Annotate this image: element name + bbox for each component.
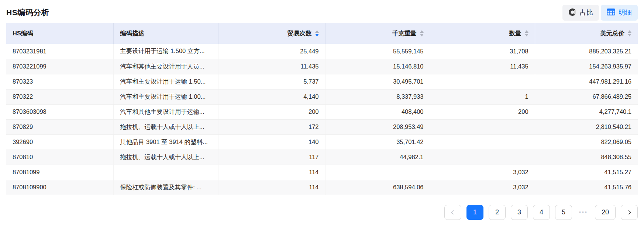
cell-description: 拖拉机、运载十人或十人以上... — [114, 150, 218, 165]
cell-trade_count: 200 — [218, 104, 325, 119]
column-header-kg_weight[interactable]: 千克重量 — [325, 23, 430, 44]
table-row: 8703231981主要设计用于运输 1.500 立方...25,44955,5… — [6, 44, 638, 59]
table-row: 870829拖拉机、运载十人或十人以上...172208,953.492,810… — [6, 119, 638, 134]
cell-quantity: 11,435 — [430, 59, 535, 74]
cell-trade_count: 4,140 — [218, 89, 325, 104]
cell-quantity — [430, 119, 535, 134]
detail-view-button[interactable]: 明细 — [601, 5, 638, 21]
donut-chart-icon — [568, 8, 576, 17]
sort-carets-icon — [628, 30, 631, 36]
pagination-next-button[interactable] — [621, 205, 638, 220]
table-row: 8703221099汽车和其他主要设计用于人员...11,43515,146,8… — [6, 59, 638, 74]
cell-hs_code: 870322 — [6, 89, 114, 104]
pagination-page-1[interactable]: 1 — [466, 205, 483, 220]
cell-hs_code: 870829 — [6, 119, 114, 134]
cell-trade_count: 11,435 — [218, 59, 325, 74]
sort-carets-icon — [525, 30, 528, 36]
cell-trade_count: 140 — [218, 134, 325, 150]
cell-hs_code: 8703603098 — [6, 104, 114, 119]
column-header-description: 编码描述 — [114, 23, 218, 44]
cell-trade_count: 172 — [218, 119, 325, 134]
cell-hs_code: 392690 — [6, 134, 114, 150]
cell-usd_total: 2,810,540.21 — [535, 119, 638, 134]
pagination-page-20[interactable]: 20 — [595, 205, 616, 220]
cell-trade_count: 117 — [218, 150, 325, 165]
column-label: 贸易次数 — [287, 29, 312, 38]
cell-usd_total: 4,277,740.1 — [535, 104, 638, 119]
table-row: 8703603098汽车和其他主要设计用于运输...200408,4002004… — [6, 104, 638, 119]
cell-kg_weight: 35,701.42 — [325, 134, 430, 150]
cell-description: 汽车和其他主要设计用于人员... — [114, 59, 218, 74]
pagination-page-3[interactable]: 3 — [511, 205, 528, 220]
cell-hs_code: 8708109900 — [6, 180, 114, 195]
cell-description: 汽车和其他主要设计用于运输... — [114, 104, 218, 119]
cell-kg_weight — [325, 165, 430, 180]
sort-carets-icon — [315, 30, 319, 36]
pagination-page-2[interactable]: 2 — [489, 205, 506, 220]
column-label: 千克重量 — [392, 29, 417, 38]
cell-description: 汽车和主要设计用于运输 1.00... — [114, 89, 218, 104]
cell-hs_code: 8703221099 — [6, 59, 114, 74]
pagination-ellipsis[interactable]: ••• — [577, 205, 590, 220]
cell-hs_code: 8703231981 — [6, 44, 114, 59]
cell-hs_code: 870810 — [6, 150, 114, 165]
table-body: 8703231981主要设计用于运输 1.500 立方...25,44955,5… — [6, 44, 638, 195]
pagination: 12345•••20 — [6, 205, 638, 220]
cell-quantity — [430, 74, 535, 89]
cell-usd_total: 822,069.05 — [535, 134, 638, 150]
cell-usd_total: 67,866,489.25 — [535, 89, 638, 104]
pagination-prev-button[interactable] — [444, 205, 461, 220]
cell-usd_total: 885,203,325.21 — [535, 44, 638, 59]
column-label: 编码描述 — [120, 29, 144, 38]
cell-trade_count: 25,449 — [218, 44, 325, 59]
cell-kg_weight: 8,337,933 — [325, 89, 430, 104]
cell-trade_count: 114 — [218, 180, 325, 195]
table-row: 392690其他品目 3901 至 3914 的塑料...14035,701.4… — [6, 134, 638, 150]
cell-kg_weight: 638,594.06 — [325, 180, 430, 195]
detail-view-label: 明细 — [619, 9, 632, 16]
cell-kg_weight: 15,146,810 — [325, 59, 430, 74]
cell-usd_total: 41,515.27 — [535, 165, 638, 180]
column-label: 美元总价 — [600, 29, 624, 38]
cell-kg_weight: 55,559,145 — [325, 44, 430, 59]
ratio-view-label: 占比 — [580, 9, 593, 16]
hs-code-analysis-panel: HS编码分析 占比 — [0, 0, 644, 220]
cell-description: 保险杠或防御装置及其零件: ... — [114, 180, 218, 195]
cell-kg_weight: 408,400 — [325, 104, 430, 119]
cell-trade_count: 114 — [218, 165, 325, 180]
cell-kg_weight: 208,953.49 — [325, 119, 430, 134]
view-toggle: 占比 明细 — [562, 5, 638, 21]
cell-quantity: 3,032 — [430, 165, 535, 180]
cell-quantity: 3,032 — [430, 180, 535, 195]
ratio-view-button[interactable]: 占比 — [562, 5, 599, 21]
cell-quantity — [430, 150, 535, 165]
cell-description: 主要设计用于运输 1.500 立方... — [114, 44, 218, 59]
table-grid-icon — [607, 8, 615, 17]
cell-hs_code: 87081099 — [6, 165, 114, 180]
column-label: HS编码 — [13, 29, 33, 38]
column-header-trade_count[interactable]: 贸易次数 — [218, 23, 325, 44]
hs-code-table: HS编码编码描述贸易次数千克重量数量美元总价 8703231981主要设计用于运… — [6, 23, 638, 195]
table-row: 870810991143,03241,515.27 — [6, 165, 638, 180]
column-header-hs_code: HS编码 — [6, 23, 114, 44]
pagination-page-5[interactable]: 5 — [555, 205, 572, 220]
cell-quantity: 31,708 — [430, 44, 535, 59]
column-label: 数量 — [509, 29, 521, 38]
column-header-quantity[interactable]: 数量 — [430, 23, 535, 44]
pagination-page-4[interactable]: 4 — [533, 205, 550, 220]
table-header-row: HS编码编码描述贸易次数千克重量数量美元总价 — [6, 23, 638, 44]
cell-usd_total: 154,263,935.97 — [535, 59, 638, 74]
cell-description — [114, 165, 218, 180]
cell-quantity: 1 — [430, 89, 535, 104]
cell-description: 汽车和主要设计用于运输 1.50... — [114, 74, 218, 89]
table-row: 870323汽车和主要设计用于运输 1.50...5,73730,495,701… — [6, 74, 638, 89]
cell-usd_total: 41,515.76 — [535, 180, 638, 195]
top-bar: HS编码分析 占比 — [6, 0, 638, 23]
cell-description: 其他品目 3901 至 3914 的塑料... — [114, 134, 218, 150]
cell-quantity — [430, 134, 535, 150]
cell-trade_count: 5,737 — [218, 74, 325, 89]
table-row: 8708109900保险杠或防御装置及其零件: ...114638,594.06… — [6, 180, 638, 195]
cell-kg_weight: 44,982.1 — [325, 150, 430, 165]
cell-description: 拖拉机、运载十人或十人以上... — [114, 119, 218, 134]
column-header-usd_total[interactable]: 美元总价 — [535, 23, 638, 44]
